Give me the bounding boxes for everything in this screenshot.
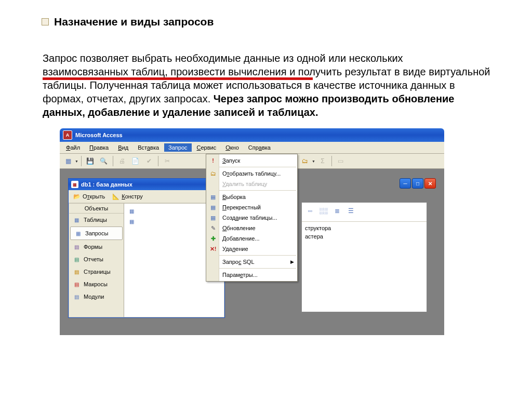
queries-icon: ▦ [74, 230, 82, 237]
tb-view-dropdown[interactable]: ▦▼ [62, 155, 78, 167]
run-icon: ! [207, 155, 219, 166]
db-titlebar: ▦ db1 : база данных [69, 179, 224, 190]
access-app-icon: A [63, 130, 72, 140]
dd-delete[interactable]: ✕! Удаление [219, 244, 297, 254]
menu-window[interactable]: Окно [221, 143, 243, 152]
list-text-1[interactable]: структора [305, 224, 423, 232]
make-table-icon: ▦ [207, 212, 219, 223]
submenu-arrow-icon: ▶ [290, 259, 294, 264]
sidebar-label-macros: Макросы [84, 281, 108, 287]
save-icon[interactable]: 💾 [84, 155, 97, 167]
tables-icon: ▦ [72, 216, 81, 223]
blank-icon-3 [207, 270, 219, 280]
dd-delete-table: Удалить таблицу [219, 179, 297, 189]
child-minimize-button[interactable]: ─ [400, 178, 411, 189]
modules-icon: ▤ [72, 293, 81, 300]
search-icon[interactable]: 🔍 [98, 155, 110, 167]
objects-sidebar: Объекты ▦ Таблицы ▦ Запросы ▤ Формы [69, 203, 124, 317]
macros-icon: ▤ [72, 281, 81, 288]
menu-edit[interactable]: Правка [85, 143, 113, 152]
cut-icon[interactable]: ✂ [161, 155, 174, 167]
db-design-button[interactable]: 📐 Констру [110, 192, 145, 201]
sidebar-item-modules[interactable]: ▤ Модули [69, 290, 124, 303]
dd-sql[interactable]: Запрос SQL ▶ [219, 257, 297, 267]
select-query-icon: ▦ [207, 192, 219, 202]
dd-update[interactable]: ✎ Обновление [219, 223, 297, 233]
db-window-icon: ▦ [71, 181, 78, 188]
slide-title: Назначение и виды запросов [54, 16, 214, 28]
delete-query-icon: ✕! [207, 244, 219, 254]
tb-querytype-dropdown[interactable]: 🗂▼ [299, 155, 315, 167]
child-window-buttons: ─ □ ✕ [400, 178, 436, 189]
sidebar-item-pages[interactable]: ▤ Страницы [69, 265, 124, 278]
print-preview-icon[interactable]: 📄 [129, 155, 142, 167]
print-icon[interactable]: 🖨 [116, 155, 128, 167]
menu-service[interactable]: Сервис [193, 143, 221, 152]
sidebar-label-tables: Таблицы [84, 217, 107, 223]
sidebar-item-forms[interactable]: ▤ Формы [69, 241, 124, 253]
dd-crosstab[interactable]: ▦ Перекрестный [219, 202, 297, 212]
spellcheck-icon[interactable]: ✔ [143, 155, 155, 167]
dd-run[interactable]: ! Запуск [219, 155, 297, 166]
new-query-icon: ▦ [127, 207, 136, 215]
totals-icon[interactable]: Σ [316, 155, 329, 167]
new-query-icon-2: ▦ [127, 218, 136, 225]
app-title: Microsoft Access [75, 132, 123, 138]
sidebar-label-reports: Отчеты [84, 256, 103, 262]
show-table-icon: 🗂 [207, 168, 219, 179]
sidebar-label-forms: Формы [84, 244, 102, 250]
child-maximize-button[interactable]: □ [412, 178, 423, 189]
datasheet-view-icon: ▦ [62, 155, 74, 167]
forms-icon: ▤ [72, 243, 81, 250]
menu-file[interactable]: Файл [62, 143, 84, 152]
crosstab-icon: ▦ [207, 202, 219, 212]
blank-icon [207, 179, 219, 189]
list-text-2[interactable]: астера [305, 232, 423, 241]
blank-icon-2 [207, 257, 219, 267]
dd-show-table[interactable]: 🗂 Отобразить таблицу... [219, 168, 297, 179]
db-title: db1 : база данных [81, 181, 132, 188]
app-titlebar: A Microsoft Access [60, 128, 444, 142]
view-large-icon[interactable]: ▫▫ [304, 205, 316, 217]
menu-query[interactable]: Запрос [164, 143, 191, 152]
menu-view[interactable]: Вид [114, 143, 132, 152]
dd-select[interactable]: ▦ Выборка [219, 192, 297, 202]
query-menu-dropdown: ! Запуск 🗂 Отобразить таблицу... Удалить… [206, 154, 298, 282]
view-details-icon[interactable]: ☰ [344, 205, 357, 217]
db-open-button[interactable]: 📂 Открыть [71, 192, 108, 201]
sidebar-label-queries: Запросы [85, 230, 108, 236]
design-icon: 📐 [112, 193, 119, 200]
s
-item-macros[interactable]: ▤ Макросы [69, 278, 124, 290]
view-small-icon[interactable]: ░░ [317, 205, 330, 217]
append-query-icon: ✚ [207, 233, 219, 244]
sidebar-item-reports[interactable]: ▤ Отчеты [69, 253, 124, 265]
sidebar-item-tables[interactable]: ▦ Таблицы [69, 214, 124, 226]
right-panel-fragment: ▫▫ ░░ ≣ ☰ структора астера [301, 202, 427, 312]
db-toolbar: 📂 Открыть 📐 Констру [69, 190, 224, 203]
toolbar-right-group: 🗂▼ Σ ▭ [299, 154, 347, 168]
sidebar-label-modules: Модули [84, 294, 104, 300]
view-list-icon[interactable]: ≣ [331, 205, 343, 217]
red-underline [43, 77, 313, 80]
query-type-icon: 🗂 [299, 155, 311, 167]
menu-insert[interactable]: Вставка [134, 143, 163, 152]
sidebar-item-queries[interactable]: ▦ Запросы [70, 227, 123, 240]
database-window: ▦ db1 : база данных 📂 Открыть 📐 Констру [68, 178, 225, 318]
pages-icon: ▤ [72, 268, 81, 275]
dd-append[interactable]: ✚ Добавление... [219, 233, 297, 244]
title-marker [42, 18, 49, 25]
body-text: Запрос позволяет выбрать необходимые дан… [43, 51, 490, 119]
menubar: Файл Правка Вид Вставка Запрос Сервис Ок… [60, 142, 444, 154]
dd-params[interactable]: Параметры... [219, 270, 297, 280]
sidebar-label-pages: Страницы [84, 269, 111, 275]
reports-icon: ▤ [72, 256, 81, 263]
menu-help[interactable]: Справка [244, 143, 275, 152]
update-query-icon: ✎ [207, 223, 219, 233]
access-window: A Microsoft Access Файл Правка Вид Встав… [60, 128, 444, 335]
child-close-button[interactable]: ✕ [424, 178, 436, 189]
sidebar-header: Объекты [69, 204, 124, 214]
tb-extra-icon[interactable]: ▭ [335, 155, 347, 167]
dd-make-table[interactable]: ▦ Создание таблицы... [219, 212, 297, 223]
open-icon: 📂 [73, 193, 81, 200]
